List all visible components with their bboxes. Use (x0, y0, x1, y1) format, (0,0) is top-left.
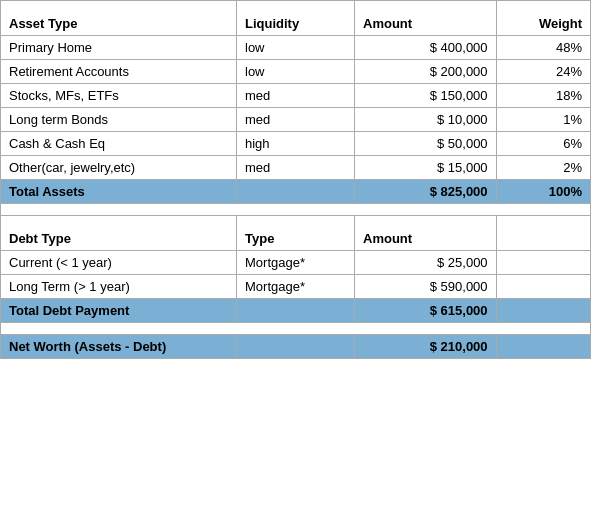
spacer-cell-1 (1, 204, 591, 216)
debt-amount-header: Amount (355, 216, 497, 251)
debt-amount-1: $ 590,000 (355, 275, 497, 299)
spacer-cell-2 (1, 323, 591, 335)
debt-row-1: Long Term (> 1 year) Mortgage* $ 590,000 (1, 275, 591, 299)
net-worth-row: Net Worth (Assets - Debt) $ 210,000 (1, 335, 591, 359)
asset-amount-4: $ 50,000 (355, 132, 497, 156)
asset-weight-3: 1% (496, 108, 590, 132)
total-debt-col4 (496, 299, 590, 323)
debt-col4-1 (496, 275, 590, 299)
total-debt-label: Total Debt Payment (1, 299, 237, 323)
asset-liquidity-1: low (237, 60, 355, 84)
asset-row-4: Cash & Cash Eq high $ 50,000 6% (1, 132, 591, 156)
financial-table: Asset Type Liquidity Amount Weight Prima… (0, 0, 591, 359)
liquidity-header: Liquidity (237, 1, 355, 36)
debt-row-0: Current (< 1 year) Mortgage* $ 25,000 (1, 251, 591, 275)
asset-name-5: Other(car, jewelry,etc) (1, 156, 237, 180)
assets-header-row: Asset Type Liquidity Amount Weight (1, 1, 591, 36)
net-worth-amount: $ 210,000 (355, 335, 497, 359)
asset-row-2: Stocks, MFs, ETFs med $ 150,000 18% (1, 84, 591, 108)
debt-amount-0: $ 25,000 (355, 251, 497, 275)
total-debt-row: Total Debt Payment $ 615,000 (1, 299, 591, 323)
spacer-2 (1, 323, 591, 335)
debt-name-0: Current (< 1 year) (1, 251, 237, 275)
debts-header-row: Debt Type Type Amount (1, 216, 591, 251)
asset-liquidity-3: med (237, 108, 355, 132)
asset-weight-0: 48% (496, 36, 590, 60)
asset-name-4: Cash & Cash Eq (1, 132, 237, 156)
total-assets-weight: 100% (496, 180, 590, 204)
asset-liquidity-0: low (237, 36, 355, 60)
asset-row-5: Other(car, jewelry,etc) med $ 15,000 2% (1, 156, 591, 180)
asset-row-0: Primary Home low $ 400,000 48% (1, 36, 591, 60)
asset-name-1: Retirement Accounts (1, 60, 237, 84)
debt-col4-0 (496, 251, 590, 275)
net-worth-label: Net Worth (Assets - Debt) (1, 335, 237, 359)
asset-amount-3: $ 10,000 (355, 108, 497, 132)
total-assets-amount: $ 825,000 (355, 180, 497, 204)
asset-weight-1: 24% (496, 60, 590, 84)
debt-type-header: Debt Type (1, 216, 237, 251)
debt-type-0: Mortgage* (237, 251, 355, 275)
asset-name-0: Primary Home (1, 36, 237, 60)
debt-col4-header (496, 216, 590, 251)
weight-header: Weight (496, 1, 590, 36)
asset-row-3: Long term Bonds med $ 10,000 1% (1, 108, 591, 132)
spacer-1 (1, 204, 591, 216)
asset-amount-1: $ 200,000 (355, 60, 497, 84)
asset-amount-0: $ 400,000 (355, 36, 497, 60)
asset-weight-2: 18% (496, 84, 590, 108)
asset-liquidity-5: med (237, 156, 355, 180)
total-assets-row: Total Assets $ 825,000 100% (1, 180, 591, 204)
asset-row-1: Retirement Accounts low $ 200,000 24% (1, 60, 591, 84)
total-debt-amount: $ 615,000 (355, 299, 497, 323)
asset-amount-5: $ 15,000 (355, 156, 497, 180)
asset-amount-2: $ 150,000 (355, 84, 497, 108)
net-worth-col4 (496, 335, 590, 359)
asset-name-3: Long term Bonds (1, 108, 237, 132)
net-worth-col2 (237, 335, 355, 359)
total-assets-liquidity (237, 180, 355, 204)
debt-name-1: Long Term (> 1 year) (1, 275, 237, 299)
total-assets-label: Total Assets (1, 180, 237, 204)
debt-type-col-header: Type (237, 216, 355, 251)
asset-weight-5: 2% (496, 156, 590, 180)
asset-name-2: Stocks, MFs, ETFs (1, 84, 237, 108)
total-debt-type (237, 299, 355, 323)
asset-liquidity-2: med (237, 84, 355, 108)
asset-liquidity-4: high (237, 132, 355, 156)
debt-type-1: Mortgage* (237, 275, 355, 299)
asset-type-header: Asset Type (1, 1, 237, 36)
asset-weight-4: 6% (496, 132, 590, 156)
amount-header: Amount (355, 1, 497, 36)
